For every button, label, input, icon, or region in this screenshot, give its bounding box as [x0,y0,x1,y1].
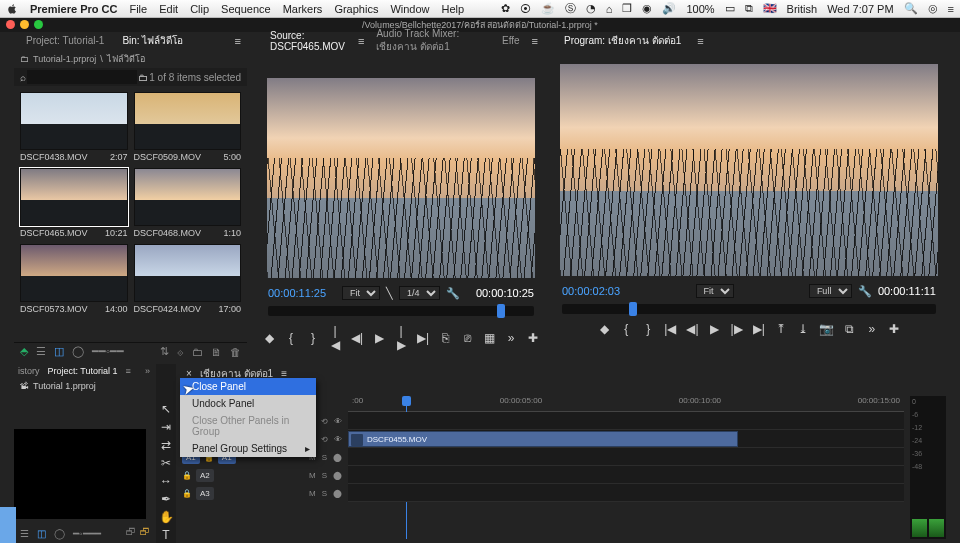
overwrite-icon[interactable]: ⎚ [461,331,473,345]
fit-select[interactable]: Fit [342,286,380,300]
step-fwd-icon[interactable]: |▶ [731,322,743,336]
export-frame-icon[interactable]: ▦ [483,331,495,345]
panel-menu-icon[interactable] [358,35,364,47]
razor-tool-icon[interactable]: ✂ [161,456,171,470]
status-icon[interactable]: ✿ [501,2,510,15]
zoom-window[interactable] [34,20,43,29]
mark-out-icon[interactable]: } [307,331,319,345]
project-clip[interactable]: DSCF0438.MOV2:07 [20,92,128,162]
overflow-icon[interactable] [532,35,538,47]
minimize-window[interactable] [20,20,29,29]
program-monitor-view[interactable] [560,64,938,276]
menu-panel-group-settings[interactable]: Panel Group Settings▸ [180,440,316,457]
time-ruler[interactable]: :00 00:00:05:00 00:00:10:00 00:00:15:00 [348,396,904,412]
menu-file[interactable]: File [129,3,147,15]
volume-icon[interactable]: 🔊 [662,2,676,15]
tab-source[interactable]: Source: DSCF0465.MOV [264,29,352,54]
lift-icon[interactable]: ⤒ [775,322,787,336]
pen-tool-icon[interactable]: ✒ [161,492,171,506]
overflow-icon[interactable]: » [866,322,878,336]
button-editor-icon[interactable]: ✚ [888,322,900,336]
list-view-icon[interactable]: ☰ [20,528,29,539]
freeform-view-icon[interactable]: ◯ [54,528,65,539]
project-root-item[interactable]: 📽 Tutorial 1.prproj [14,378,154,394]
tab-effects[interactable]: Effe [496,34,526,48]
ripple-tool-icon[interactable]: ⇄ [161,438,171,452]
hand-tool-icon[interactable]: ✋ [159,510,174,524]
project-clip[interactable]: DSCF0468.MOV1:10 [134,168,242,238]
freeform-view-icon[interactable]: ◯ [72,345,84,358]
add-marker-icon[interactable]: ◆ [263,331,275,345]
find-icon[interactable]: ⟐ [177,346,184,358]
slip-tool-icon[interactable]: ↔ [160,474,172,488]
play-icon[interactable]: ▶ [709,322,721,336]
menu-help[interactable]: Help [442,3,465,15]
zoom-slider[interactable]: ━━◦━━ [92,345,124,358]
step-fwd-icon[interactable]: |▶ [395,324,407,352]
track-v1[interactable]: DSCF0455.MOV [348,430,904,448]
skype-icon[interactable]: Ⓢ [565,1,576,16]
search-input[interactable] [27,70,137,84]
menu-markers[interactable]: Markers [283,3,323,15]
panel-menu-icon[interactable]: ≡ [126,366,131,376]
spotlight-icon[interactable]: 🔍 [904,2,918,15]
menu-window[interactable]: Window [390,3,429,15]
traffic-lights[interactable] [6,20,43,29]
go-to-in-icon[interactable]: |◀ [664,322,676,336]
track-a1[interactable] [348,448,904,466]
source-scrubber[interactable] [268,306,534,316]
close-window[interactable] [6,20,15,29]
panel-menu-icon[interactable] [235,35,241,47]
export-frame-icon[interactable]: 📷 [819,322,834,336]
go-to-out-icon[interactable]: ▶| [417,331,429,345]
source-timecode-left[interactable]: 00:00:11:25 [268,287,326,299]
mark-out-icon[interactable]: } [642,322,654,336]
step-back-icon[interactable]: ◀| [686,322,698,336]
siri-icon[interactable]: ◎ [928,2,938,15]
insert-icon[interactable]: ⎘ [439,331,451,345]
icon-view-icon[interactable]: ◫ [54,345,64,358]
track-select-tool-icon[interactable]: ⇥ [161,420,171,434]
track-a3[interactable] [348,484,904,502]
project-clip[interactable]: DSCF0509.MOV5:00 [134,92,242,162]
airplay-icon[interactable]: ⧉ [745,2,753,15]
fit-select[interactable]: Fit [696,284,734,298]
menu-close-panel[interactable]: Close Panel [180,378,316,395]
menu-undock-panel[interactable]: Undock Panel [180,395,316,412]
tab-history[interactable]: istory [18,366,40,376]
go-to-out-icon[interactable]: ▶| [753,322,765,336]
breadcrumb-file[interactable]: Tutorial-1.prproj [33,54,96,64]
resolution-select[interactable]: 1/4 [399,286,440,300]
tab-program[interactable]: Program: เชียงคาน ตัดต่อ1 [558,32,687,50]
status-icon[interactable]: ⦿ [520,3,531,15]
delete-icon[interactable]: 🗑 [230,346,241,358]
battery-percent[interactable]: 100% [686,3,714,15]
status-icon[interactable]: ⌂ [606,3,613,15]
compare-icon[interactable]: ⧉ [844,322,856,336]
tag-icon[interactable]: ⬘ [20,345,28,358]
menu-sequence[interactable]: Sequence [221,3,271,15]
lock-icon[interactable]: 🔒 [182,489,192,498]
type-tool-icon[interactable]: T [162,528,169,542]
media-thumbnail[interactable] [14,429,146,519]
wrench-icon[interactable]: 🔧 [446,287,460,300]
button-editor-icon[interactable]: ✚ [527,331,539,345]
lock-icon[interactable]: 🔒 [182,471,192,480]
track-header-a2[interactable]: 🔒 A2 MS⬤ [178,466,346,484]
timeline-clip[interactable]: DSCF0455.MOV [348,431,738,447]
battery-icon[interactable]: ▭ [725,2,735,15]
clock[interactable]: Wed 7:07 PM [827,3,893,15]
line-icon[interactable]: ◔ [586,2,596,15]
zoom-slider[interactable]: ━◦━━━ [73,528,101,539]
menu-graphics[interactable]: Graphics [334,3,378,15]
extract-icon[interactable]: ⤓ [797,322,809,336]
program-scrubber[interactable] [562,304,936,314]
status-icon[interactable]: ☕ [541,2,555,15]
project-clip[interactable]: DSCF0573.MOV14:00 [20,244,128,314]
input-source[interactable]: British [787,3,818,15]
tab-bin[interactable]: Bin: ไฟล์วิดีโอ [116,32,189,50]
wifi-icon[interactable]: ◉ [642,2,652,15]
breadcrumb-bin[interactable]: ไฟล์วิดีโอ [107,52,145,66]
list-view-icon[interactable]: ☰ [36,345,46,358]
track-v2[interactable] [348,412,904,430]
